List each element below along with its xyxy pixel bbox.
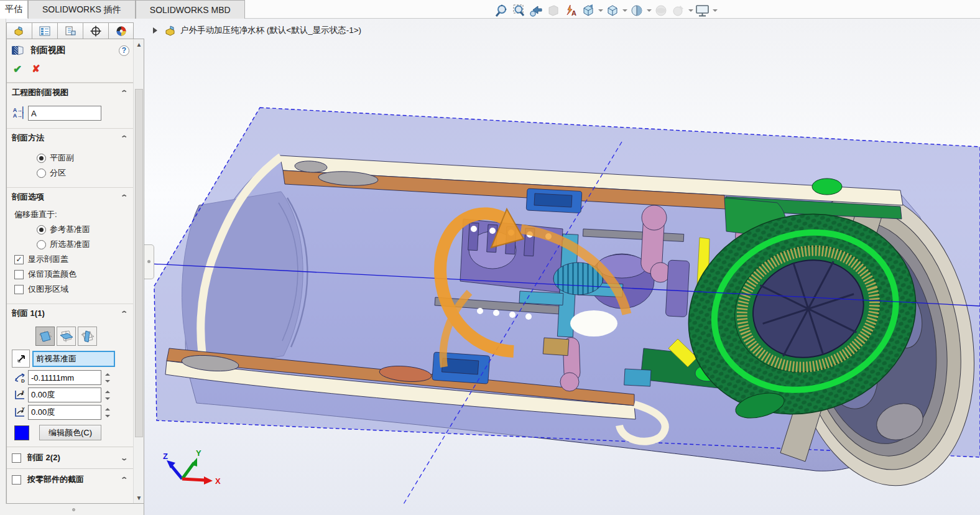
- expand-arrow-icon[interactable]: [153, 27, 160, 34]
- section-label-icon: A→▏A→▏: [12, 108, 28, 119]
- y-rotation-input[interactable]: [28, 405, 101, 420]
- view-selector-dropdown-icon[interactable]: [598, 2, 603, 19]
- section-header-section2[interactable]: 剖面 2(2) ⌄: [7, 447, 133, 468]
- section-view-feature-icon: [12, 44, 25, 57]
- checkbox-keep-cap-color[interactable]: 保留顶盖颜色: [14, 269, 131, 280]
- section-title: 按零部件的截面: [27, 474, 121, 485]
- hide-show-items-icon[interactable]: [653, 2, 669, 19]
- radio-label: 参考基准面: [50, 224, 90, 235]
- view-orientation-icon[interactable]: [604, 2, 621, 19]
- display-style-dropdown-icon[interactable]: [646, 2, 652, 19]
- previous-view-icon[interactable]: [528, 2, 544, 19]
- radio-icon[interactable]: [37, 225, 46, 234]
- panel-resize-handle[interactable]: [72, 508, 75, 511]
- tab-solidworks-addins[interactable]: SOLIDWORKS 插件: [28, 0, 136, 19]
- section-header-method[interactable]: 剖面方法 ⌃: [7, 128, 133, 147]
- checkbox-label: 仅图形区域: [28, 284, 68, 295]
- section-header-per-component[interactable]: 按零部件的截面 ⌃: [7, 468, 133, 490]
- edit-appearance-dropdown-icon[interactable]: [688, 2, 693, 19]
- x-rotation-spinner[interactable]: [103, 388, 112, 402]
- checkbox-icon[interactable]: [14, 270, 24, 279]
- headsup-view-toolbar: A: [493, 1, 718, 20]
- zoom-to-fit-icon[interactable]: [493, 2, 509, 19]
- view-settings-dropdown-icon[interactable]: [712, 2, 718, 19]
- offset-distance-input[interactable]: [28, 370, 101, 385]
- checkbox-icon[interactable]: [12, 475, 21, 485]
- section-title: 剖面选项: [12, 192, 121, 203]
- radio-reference-plane[interactable]: 参考基准面: [37, 224, 131, 235]
- configurationmanager-tab[interactable]: [57, 22, 83, 39]
- panel-splitter-tab[interactable]: [144, 244, 154, 279]
- dimxpertmanager-tab[interactable]: [83, 22, 108, 39]
- offset-perpendicular-label: 偏移垂直于:: [14, 209, 131, 220]
- top-plane-button[interactable]: [57, 327, 76, 346]
- dynamic-annotation-views-icon[interactable]: A: [563, 2, 579, 19]
- solidworks-window: Z Y X 平估 SOLIDWORKS 插件 SOLIDWORKS MBD A: [0, 0, 980, 515]
- document-title[interactable]: 户外手动加压纯净水杯 (默认<默认_显示状态-1>): [180, 25, 361, 36]
- right-plane-button[interactable]: [78, 327, 97, 346]
- view-selector-icon[interactable]: [580, 2, 596, 19]
- view-orientation-dropdown-icon[interactable]: [622, 2, 627, 19]
- section-header-drawing-section-view[interactable]: 工程图剖面视图 ⌃: [7, 83, 133, 101]
- section-title: 剖面 1(1): [12, 308, 121, 319]
- offset-distance-spinner[interactable]: [103, 371, 112, 384]
- offset-distance-icon: D: [12, 371, 28, 384]
- help-icon[interactable]: ?: [119, 45, 129, 56]
- featuremanager-tab[interactable]: [6, 22, 32, 39]
- radio-icon[interactable]: [37, 240, 46, 249]
- checkbox-show-section-cap[interactable]: ✓ 显示剖面盖: [14, 254, 131, 265]
- radio-selected-plane[interactable]: 所选基准面: [37, 239, 131, 250]
- expand-chevron-icon[interactable]: ⌄: [120, 454, 128, 462]
- svg-text:A: A: [571, 9, 576, 17]
- checkbox-graphics-only[interactable]: 仅图形区域: [14, 284, 131, 295]
- scroll-down-icon[interactable]: ▼: [134, 493, 144, 503]
- collapse-chevron-icon[interactable]: ⌃: [120, 310, 128, 318]
- radio-label: 分区: [50, 167, 66, 179]
- edit-appearance-icon[interactable]: [670, 2, 686, 19]
- collapse-chevron-icon[interactable]: ⌃: [120, 193, 128, 202]
- collapse-chevron-icon[interactable]: ⌃: [120, 89, 128, 97]
- zoom-to-area-icon[interactable]: [511, 2, 527, 19]
- flyout-feature-tree: 户外手动加压纯净水杯 (默认<默认_显示状态-1>): [153, 25, 361, 36]
- front-plane-button[interactable]: [35, 327, 55, 346]
- collapse-chevron-icon[interactable]: ⌃: [120, 476, 128, 484]
- panel-title: 剖面视图: [30, 45, 114, 56]
- radio-icon[interactable]: [37, 154, 46, 163]
- panel-scrollbar[interactable]: ▲ ▼: [133, 39, 144, 503]
- checkbox-icon[interactable]: ✓: [14, 255, 24, 264]
- cancel-button[interactable]: ✘: [32, 63, 40, 76]
- checkbox-icon[interactable]: [12, 453, 21, 463]
- x-rotation-icon: x: [12, 389, 28, 401]
- ok-button[interactable]: ✔: [13, 63, 22, 76]
- reference-plane-field[interactable]: [32, 351, 115, 367]
- tab-solidworks-mbd[interactable]: SOLIDWORKS MBD: [136, 0, 245, 19]
- section-header-section1[interactable]: 剖面 1(1) ⌃: [7, 304, 133, 322]
- display-style-icon[interactable]: [629, 2, 645, 19]
- scrollbar-thumb[interactable]: [135, 89, 143, 437]
- splitter-dot-icon: [147, 260, 150, 263]
- checkbox-label: 显示剖面盖: [28, 254, 68, 265]
- displaymanager-tab[interactable]: [108, 22, 134, 39]
- propertymanager-tab[interactable]: [32, 22, 57, 39]
- collapse-chevron-icon[interactable]: ⌃: [120, 134, 128, 142]
- y-rotation-icon: Y: [12, 406, 28, 419]
- section-label-input[interactable]: [28, 106, 101, 121]
- svg-text:x: x: [22, 389, 24, 394]
- radio-icon[interactable]: [37, 169, 46, 178]
- section-color-swatch[interactable]: [14, 425, 29, 440]
- section-view-icon[interactable]: [545, 2, 562, 19]
- radio-planar[interactable]: 平面副: [37, 152, 131, 164]
- reverse-direction-button[interactable]: [12, 350, 30, 368]
- section-header-options[interactable]: 剖面选项 ⌃: [7, 187, 133, 206]
- featuremanager-edge-strip: [0, 19, 6, 504]
- scroll-up-icon[interactable]: ▲: [134, 39, 144, 50]
- y-rotation-spinner[interactable]: [103, 406, 112, 419]
- radio-zonal[interactable]: 分区: [37, 167, 131, 179]
- edit-color-button[interactable]: 编辑颜色(C): [39, 425, 101, 440]
- view-settings-icon[interactable]: [695, 2, 711, 19]
- x-rotation-input[interactable]: [28, 387, 101, 402]
- checkbox-icon[interactable]: [14, 285, 24, 294]
- tab-evaluate[interactable]: 平估: [0, 0, 28, 19]
- checkbox-label: 保留顶盖颜色: [28, 269, 76, 280]
- section-title: 剖面 2(2): [27, 452, 121, 463]
